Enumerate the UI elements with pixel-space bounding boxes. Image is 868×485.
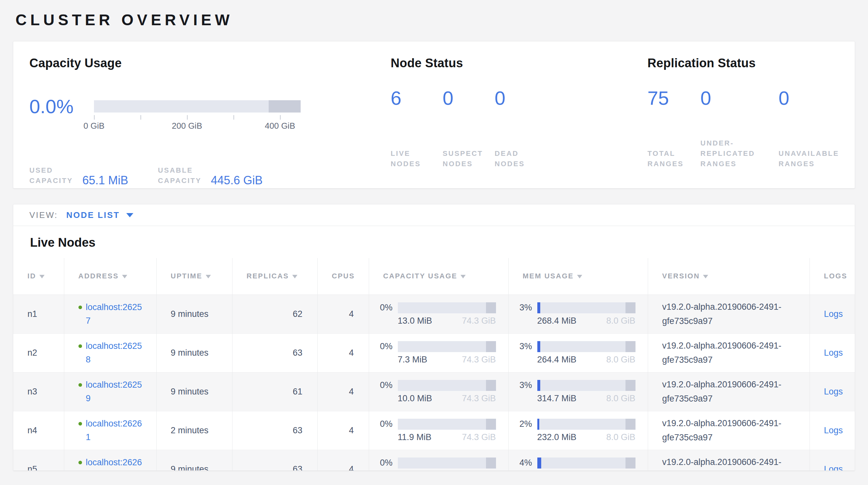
capacity-usage-bar [398,341,496,352]
capacity-usage-bar-dark-segment [486,341,496,352]
unavailable-ranges-stat: 0 UNAVAILABLE RANGES [779,87,855,169]
table-header: IDADDRESSUPTIMEREPLICASCPUSCAPACITY USAG… [13,258,855,294]
sort-caret-icon [703,275,708,278]
live-status-icon [79,383,82,387]
node-row-n3: n3localhost:262599 minutes6140%10.0 MiB7… [13,372,855,411]
node-address-link[interactable]: localhost:26261 [86,417,146,444]
suspect-nodes-label: SUSPECT NODES [443,148,495,169]
node-replicas-cell: 61 [232,372,317,411]
mem-usage-bar-dark-segment [625,341,635,352]
node-cpus-cell: 4 [317,294,369,333]
node-address-link[interactable]: localhost:26262 [86,456,146,471]
column-header-id[interactable]: ID [13,258,64,294]
column-header-label: CPUS [332,272,355,280]
view-label: VIEW: [29,210,58,220]
live-status-icon [79,306,82,309]
node-row-n5: n5localhost:262629 minutes6340%12.4 MiB7… [13,450,855,471]
capacity-usage-meter: 0%10.0 MiB74.3 GiB [380,380,496,403]
mem-total-value: 8.0 GiB [606,432,635,442]
capacity-usage-bar [398,458,496,468]
mem-usage-values: 314.7 MiB8.0 GiB [537,394,636,403]
sort-caret-icon [461,275,466,278]
capacity-stats: USED CAPACITY 65.1 MiB USABLE CAPACITY 4… [29,165,391,186]
node-replicas-cell: 63 [232,450,317,471]
node-address-cell: localhost:26258 [64,333,156,372]
column-header-label: REPLICAS [247,272,289,280]
node-address-link[interactable]: localhost:26258 [86,339,146,366]
node-logs-link[interactable]: Logs [824,309,843,319]
column-header-address[interactable]: ADDRESS [64,258,156,294]
capacity-usage-percent: 0% [380,458,393,468]
column-header-memory[interactable]: MEM USAGE [508,258,648,294]
capacity-usage-title: Capacity Usage [29,56,391,70]
mem-usage-percent: 2% [520,419,532,429]
mem-usage-percent: 3% [520,303,532,313]
node-version: v19.2.0-alpha.20190606-2491-gfe735c9a97 [662,373,810,410]
mem-usage-bar [537,380,636,391]
capacity-total-value: 74.3 GiB [462,355,496,365]
axis-tick [187,115,188,120]
mem-usage-cell: 3%268.4 MiB8.0 GiB [508,294,648,333]
node-id-cell: n4 [13,411,64,450]
capacity-usage-cell: 0%11.9 MiB74.3 GiB [369,411,508,450]
capacity-usage-values: 10.0 MiB74.3 GiB [398,394,496,403]
node-uptime-cell: 2 minutes [156,411,232,450]
column-header-version[interactable]: VERSION [648,258,810,294]
mem-usage-bar-fill [537,380,540,391]
column-header-label: ID [27,272,36,280]
live-nodes-label: LIVE NODES [391,148,443,169]
node-logs-link[interactable]: Logs [824,387,843,396]
node-version-cell: v19.2.0-alpha.20190606-2491-gfe735c9a97 [648,294,810,333]
capacity-used-value: 10.0 MiB [398,394,432,403]
node-address-link[interactable]: localhost:26259 [86,378,146,405]
column-header-capacity[interactable]: CAPACITY USAGE [369,258,508,294]
mem-usage-cell: 3%314.7 MiB8.0 GiB [508,372,648,411]
dead-nodes-count: 0 [495,87,547,109]
mem-usage-values: 268.4 MiB8.0 GiB [537,316,636,326]
node-row-n4: n4localhost:262612 minutes6340%11.9 MiB7… [13,411,855,450]
view-dropdown[interactable]: NODE LIST [66,210,133,220]
column-header-uptime[interactable]: UPTIME [156,258,232,294]
mem-usage-values: 264.4 MiB8.0 GiB [537,355,636,365]
node-status-stats: 6 LIVE NODES 0 SUSPECT NODES 0 DEAD NODE… [391,87,647,169]
used-capacity-label: USED CAPACITY [29,165,78,186]
capacity-usage-bar [398,302,496,313]
capacity-usage-percent: 0% [380,380,393,390]
node-logs-link[interactable]: Logs [824,464,843,471]
node-status-section: Node Status 6 LIVE NODES 0 SUSPECT NODES… [391,41,647,188]
mem-used-value: 232.0 MiB [537,432,577,442]
node-logs-cell: Logs [810,372,855,411]
capacity-used-value: 11.9 MiB [398,432,432,442]
dead-nodes-stat: 0 DEAD NODES [495,87,547,169]
live-nodes-count: 6 [391,87,443,109]
mem-used-value: 264.4 MiB [537,355,577,365]
node-cpus-cell: 4 [317,450,369,471]
column-header-logs: LOGS [810,258,855,294]
mem-usage-bar-fill [537,341,540,352]
under-replicated-ranges-count: 0 [701,87,779,109]
capacity-used-value: 7.3 MiB [398,355,428,365]
node-address-link[interactable]: localhost:26257 [86,301,146,327]
node-id-cell: n3 [13,372,64,411]
capacity-usage-bar [398,419,496,430]
mem-usage-bar-fill [537,302,540,313]
mem-usage-bar [537,302,636,313]
column-header-replicas[interactable]: REPLICAS [232,258,317,294]
node-address: localhost:26262 [79,456,156,471]
dead-nodes-label: DEAD NODES [495,148,547,169]
axis-tick-label: 200 GiB [172,121,202,131]
node-replicas-cell: 63 [232,411,317,450]
live-nodes-stat: 6 LIVE NODES [391,87,443,169]
mem-usage-percent: 3% [520,341,532,351]
mem-usage-bar [537,419,636,430]
node-logs-cell: Logs [810,333,855,372]
cluster-summary-card: Capacity Usage 0.0% 0 GiB200 GiB400 GiB … [13,41,855,189]
node-logs-link[interactable]: Logs [824,348,843,358]
node-logs-link[interactable]: Logs [824,426,843,435]
column-header-label: LOGS [824,272,847,280]
capacity-total-value: 74.3 GiB [462,394,496,403]
node-uptime-cell: 9 minutes [156,450,232,471]
total-ranges-stat: 75 TOTAL RANGES [647,87,701,169]
column-header-label: CAPACITY USAGE [383,272,458,280]
node-address-cell: localhost:26261 [64,411,156,450]
